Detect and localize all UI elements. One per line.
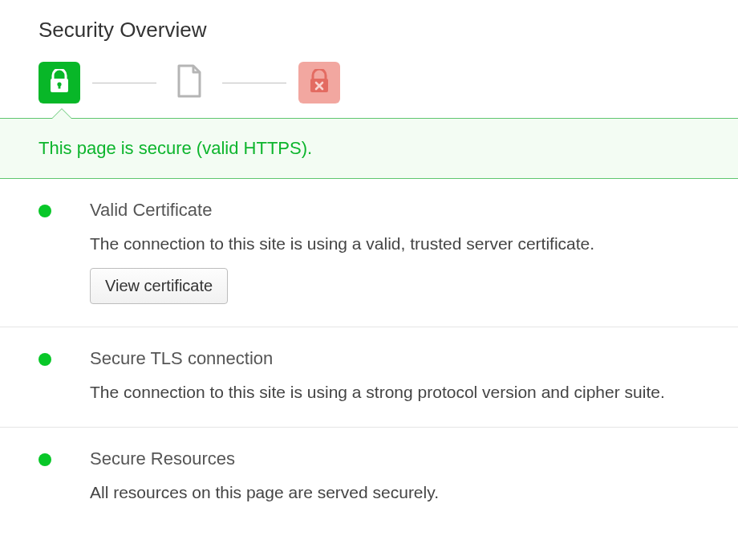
security-sections: Valid Certificate The connection to this… [0, 179, 738, 526]
banner-text: This page is secure (valid HTTPS). [39, 138, 312, 158]
section-desc: The connection to this site is using a s… [90, 380, 699, 404]
lock-icon [49, 69, 70, 96]
page-title: Security Overview [0, 18, 738, 43]
selected-origin-arrow-fill [52, 109, 71, 119]
security-overview-panel: Security Overview [0, 0, 738, 526]
section-resources: Secure Resources All resources on this p… [0, 428, 738, 526]
section-desc: All resources on this page are served se… [90, 481, 699, 504]
status-dot-secure [39, 353, 51, 366]
origin-selector-row [0, 62, 738, 103]
origin-main-secure[interactable] [39, 62, 80, 103]
section-tls: Secure TLS connection The connection to … [0, 327, 738, 427]
svg-rect-2 [59, 84, 61, 89]
section-body: Secure TLS connection The connection to … [90, 348, 699, 404]
section-title: Valid Certificate [90, 200, 699, 221]
section-title: Secure TLS connection [90, 348, 699, 369]
file-icon [176, 64, 203, 101]
origin-insecure[interactable] [298, 62, 340, 103]
view-certificate-button[interactable]: View certificate [90, 268, 228, 304]
section-title: Secure Resources [90, 448, 699, 469]
status-dot-secure [39, 453, 51, 466]
status-dot-secure [39, 205, 51, 217]
connector-line [222, 83, 286, 83]
section-certificate: Valid Certificate The connection to this… [0, 179, 738, 327]
section-body: Secure Resources All resources on this p… [90, 448, 699, 504]
connector-line [92, 83, 156, 83]
origin-file[interactable] [168, 62, 210, 103]
section-body: Valid Certificate The connection to this… [90, 200, 699, 304]
section-desc: The connection to this site is using a v… [90, 232, 699, 255]
security-status-banner: This page is secure (valid HTTPS). [0, 118, 738, 179]
lock-x-icon [309, 69, 330, 96]
